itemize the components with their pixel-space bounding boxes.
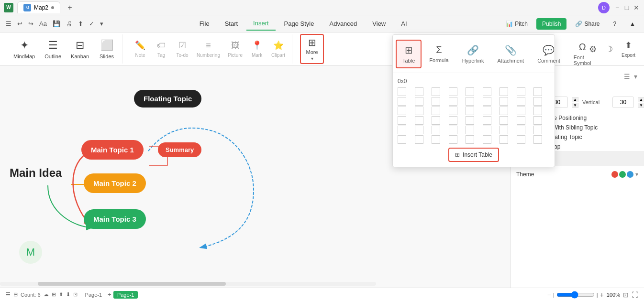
- fullscreen-button[interactable]: ⛶: [632, 291, 638, 299]
- grid-cell[interactable]: [500, 107, 508, 115]
- main-topic-3-node[interactable]: Main Topic 3: [84, 209, 146, 229]
- grid-cell[interactable]: [415, 116, 423, 125]
- dropdown-table-item[interactable]: ⊞ Table: [396, 40, 422, 68]
- note-tool[interactable]: ✏️ Note: [131, 38, 150, 60]
- floating-topic-node[interactable]: Floating Topic: [134, 90, 201, 108]
- grid-cell[interactable]: [483, 107, 491, 115]
- grid-cell[interactable]: [466, 97, 474, 106]
- menu-tab-ai[interactable]: AI: [394, 17, 413, 30]
- theme-selector[interactable]: ▾: [611, 171, 638, 178]
- page-active-tab[interactable]: Page-1: [113, 291, 138, 299]
- export-tool[interactable]: ⬆ Export: [619, 38, 638, 60]
- grid-cell[interactable]: [533, 116, 542, 125]
- new-tab-button[interactable]: +: [64, 2, 76, 13]
- scrollbar-thumb[interactable]: [38, 282, 226, 286]
- menu-tab-page-style[interactable]: Page Style: [278, 17, 321, 30]
- maximize-button[interactable]: □: [623, 4, 631, 11]
- grid-cell[interactable]: [415, 87, 423, 96]
- grid-cell[interactable]: [483, 116, 491, 125]
- add-page-button[interactable]: +: [108, 291, 111, 298]
- grid-cell[interactable]: [500, 135, 508, 144]
- collapse-button[interactable]: ▲: [625, 18, 640, 30]
- help-button[interactable]: ?: [608, 18, 621, 30]
- menu-tab-file[interactable]: File: [193, 17, 216, 30]
- grid-cell[interactable]: [432, 107, 440, 115]
- grid-cell[interactable]: [483, 126, 491, 134]
- minimize-button[interactable]: −: [613, 4, 621, 11]
- dropdown-formula-item[interactable]: Σ Formula: [423, 41, 454, 67]
- vertical-down-button[interactable]: ▼: [638, 103, 644, 108]
- kanban-tool[interactable]: ⊟ Kanban: [67, 36, 93, 62]
- grid-cell[interactable]: [432, 126, 440, 134]
- grid-cell[interactable]: [500, 126, 508, 134]
- dropdown-comment-item[interactable]: 💬 Comment: [532, 41, 566, 67]
- menu-tab-view[interactable]: View: [366, 17, 392, 30]
- grid-cell[interactable]: [449, 126, 457, 134]
- grid-cell[interactable]: [398, 87, 406, 96]
- grid-cell[interactable]: [483, 97, 491, 106]
- zoom-in-button[interactable]: +: [600, 291, 604, 299]
- insert-table-button[interactable]: ⊞ Insert Table: [448, 148, 499, 162]
- grid-cell[interactable]: [432, 116, 440, 125]
- share-status-icon[interactable]: ⬆: [59, 291, 63, 298]
- grid-cell[interactable]: [517, 97, 525, 106]
- zoom-slider[interactable]: [556, 291, 595, 299]
- main-idea-node[interactable]: Main Idea: [10, 166, 62, 180]
- app-tab[interactable]: M Map2: [17, 1, 60, 13]
- vertical-up-button[interactable]: ▲: [638, 97, 644, 102]
- grid-cell[interactable]: [483, 87, 491, 96]
- collab-icon[interactable]: ⊞: [52, 291, 56, 298]
- grid-cell[interactable]: [432, 135, 440, 144]
- tag-tool[interactable]: 🏷 Tag: [152, 39, 171, 60]
- publish-button[interactable]: Publish: [536, 18, 566, 30]
- horizontal-scrollbar[interactable]: [0, 282, 376, 286]
- export2-button[interactable]: ⬆: [76, 18, 85, 29]
- grid-cell[interactable]: [533, 126, 542, 134]
- chevron-down-icon[interactable]: ▾: [633, 72, 638, 81]
- grid-cell[interactable]: [398, 126, 406, 134]
- dropdown-arrow[interactable]: ▾: [98, 18, 105, 29]
- grid-cell[interactable]: [398, 107, 406, 115]
- menu-tab-insert[interactable]: Insert: [246, 17, 276, 31]
- more-button[interactable]: ⊞ More ▾: [300, 34, 324, 64]
- horizontal-down-button[interactable]: ▼: [572, 103, 578, 108]
- fit-page-button[interactable]: ⊡: [623, 291, 629, 299]
- grid-cell[interactable]: [533, 107, 542, 115]
- grid-cell[interactable]: [432, 87, 440, 96]
- cloud-icon[interactable]: ☁: [44, 291, 49, 298]
- close-button[interactable]: ✕: [633, 4, 640, 11]
- grid-cell[interactable]: [500, 116, 508, 125]
- grid-cell[interactable]: [517, 87, 525, 96]
- pitch-button[interactable]: 📊 Pitch: [501, 18, 533, 30]
- grid-cell[interactable]: [449, 116, 457, 125]
- grid-cell[interactable]: [500, 97, 508, 106]
- clipart-tool[interactable]: ⭐ Clipart: [268, 38, 288, 60]
- grid-cell[interactable]: [517, 116, 525, 125]
- grid-cell[interactable]: [449, 97, 457, 106]
- dropdown-attachment-item[interactable]: 📎 Attachment: [492, 41, 530, 67]
- grid-cell[interactable]: [449, 87, 457, 96]
- grid-cell[interactable]: [432, 97, 440, 106]
- outline-tool[interactable]: ☰ Outline: [41, 36, 65, 62]
- summary-badge[interactable]: Summary: [158, 142, 201, 157]
- sidebar-toggle[interactable]: ☰: [4, 18, 13, 29]
- menu-tab-start[interactable]: Start: [218, 17, 244, 30]
- main-topic-1-node[interactable]: Main Topic 1: [81, 140, 144, 160]
- picture-tool[interactable]: 🖼 Picture: [225, 39, 245, 60]
- list-view-button[interactable]: ☰: [623, 72, 631, 81]
- slides-tool[interactable]: ⬜ Slides: [95, 36, 119, 62]
- grid-cell[interactable]: [466, 135, 474, 144]
- grid-cell[interactable]: [517, 126, 525, 134]
- share-button[interactable]: 🔗 Share: [570, 18, 604, 30]
- vertical-input[interactable]: [612, 97, 634, 108]
- page-options-icon[interactable]: ☰: [6, 291, 11, 298]
- grid-cell[interactable]: [466, 107, 474, 115]
- horizontal-up-button[interactable]: ▲: [572, 97, 578, 102]
- grid-cell[interactable]: [466, 126, 474, 134]
- grid-cell[interactable]: [398, 97, 406, 106]
- grid-view-icon[interactable]: ⊟: [13, 291, 18, 298]
- zoom-out-button[interactable]: −: [547, 291, 551, 299]
- page-inactive-tab[interactable]: Page-1: [81, 291, 106, 299]
- numbering-tool[interactable]: ≡ Numbering: [194, 39, 223, 60]
- user-avatar[interactable]: D: [598, 2, 610, 13]
